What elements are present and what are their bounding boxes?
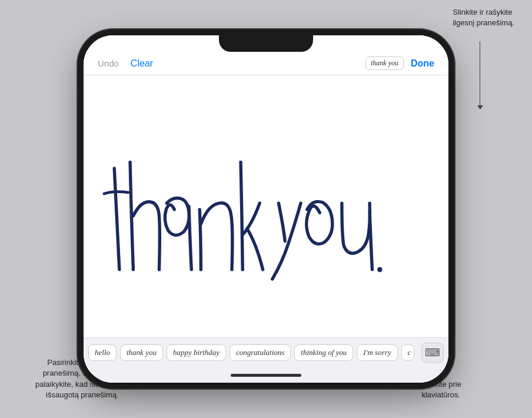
keyboard-button[interactable]: ⌨ <box>421 343 444 363</box>
toolbar-right: thank you Done <box>365 57 434 70</box>
undo-button[interactable]: Undo <box>98 58 119 68</box>
notch <box>219 35 313 52</box>
suggestion-hello[interactable]: hello <box>88 344 117 361</box>
preview-box: thank you <box>365 57 404 70</box>
suggestion-thank-you[interactable]: thank you <box>120 344 163 361</box>
suggestion-congratulations[interactable]: congratulations <box>230 344 291 361</box>
suggestion-im-sorry[interactable]: I'm sorry <box>357 344 397 361</box>
svg-point-0 <box>377 267 383 273</box>
suggestion-happy-birthday[interactable]: happy birthday <box>167 344 226 361</box>
home-bar <box>231 374 301 377</box>
suggestion-thinking-of-you[interactable]: thinking of you <box>294 344 353 361</box>
suggestion-partial[interactable]: c <box>401 344 414 361</box>
toolbar-left: Undo Clear <box>98 58 153 69</box>
phone-screen: Undo Clear thank you Done <box>84 35 448 383</box>
clear-button[interactable]: Clear <box>131 58 153 69</box>
arrow-top-right <box>480 41 480 106</box>
drawing-area[interactable] <box>84 75 448 337</box>
phone-frame: Undo Clear thank you Done <box>84 35 448 383</box>
handwriting-canvas[interactable] <box>95 87 437 326</box>
done-button[interactable]: Done <box>411 58 434 69</box>
suggestions-bar: hello thank you happy birthday congratul… <box>84 337 448 367</box>
annotation-top-right: Slinkite ir rašykiteilgesnį pranešimą. <box>453 7 514 28</box>
home-indicator <box>84 367 448 383</box>
